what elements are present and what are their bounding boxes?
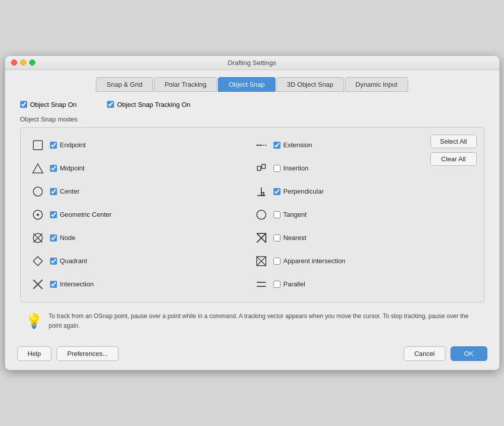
parallel-label: Parallel [284,280,305,288]
list-item: Parallel [252,274,476,295]
endpoint-checkbox[interactable] [50,142,57,149]
tab-polar-tracking[interactable]: Polar Tracking [154,77,217,92]
insertion-label: Insertion [284,164,309,172]
snap-col-left: Endpoint Midpoint [29,135,252,295]
content-area: Object Snap On Object Snap Tracking On O… [5,92,499,339]
geometric-center-checkbox[interactable] [50,211,57,218]
select-all-button[interactable]: Select All [430,135,476,148]
minimize-button[interactable] [20,59,26,66]
svg-rect-14 [262,164,265,168]
svg-marker-1 [33,164,43,173]
svg-marker-8 [33,257,42,266]
tab-snap-grid[interactable]: Snap & Grid [96,77,153,92]
bottom-right-buttons: Cancel OK [404,346,487,361]
list-item: Node [29,227,252,249]
list-item: Intersection [29,274,252,295]
quadrant-checkbox[interactable] [50,258,57,265]
tracking-on-checkbox[interactable] [107,101,114,108]
svg-rect-18 [261,193,264,195]
ok-button[interactable]: OK [451,346,487,361]
midpoint-checkbox[interactable] [50,165,57,172]
tangent-checkbox[interactable] [273,211,281,218]
list-item: Nearest [252,227,476,249]
tracking-on-label: Object Snap Tracking On [117,101,190,108]
tangent-icon [254,208,268,222]
tab-3d-object-snap[interactable]: 3D Object Snap [276,77,344,92]
tangent-label: Tangent [284,211,307,218]
node-checkbox[interactable] [50,234,57,241]
node-label: Node [60,234,76,241]
help-button[interactable]: Help [17,346,52,361]
center-label: Center [60,188,80,195]
quadrant-label: Quadrant [60,257,87,265]
list-item: Endpoint [29,135,252,156]
midpoint-icon [31,161,45,175]
tab-object-snap[interactable]: Object Snap [218,77,275,92]
parallel-checkbox[interactable] [273,281,281,288]
clear-all-button[interactable]: Clear All [430,152,476,166]
list-item: Midpoint [29,158,252,179]
nearest-checkbox[interactable] [273,234,281,241]
apparent-intersection-label: Apparent intersection [284,257,346,265]
bottom-bar: Help Preferences... Cancel OK [5,339,499,370]
preferences-button[interactable]: Preferences... [57,346,119,361]
hint-area: 💡 To track from an OSnap point, pause ov… [20,312,484,330]
midpoint-label: Midpoint [60,164,85,172]
extension-label: Extension [284,141,312,149]
svg-point-4 [37,214,38,215]
list-item: Tangent [252,204,476,225]
svg-point-2 [33,187,42,196]
hint-icon: 💡 [25,313,43,329]
perpendicular-checkbox[interactable] [273,188,281,195]
maximize-button[interactable] [29,59,35,66]
parallel-icon [254,277,268,291]
list-item: Perpendicular [252,181,476,202]
insertion-icon [254,161,268,175]
nearest-label: Nearest [284,234,307,241]
snap-modes-label: Object Snap modes [20,115,484,123]
perpendicular-icon [254,185,268,199]
svg-point-19 [257,210,266,219]
svg-rect-0 [33,141,42,150]
center-icon [31,185,45,199]
cancel-button[interactable]: Cancel [404,346,445,361]
tabs-bar: Snap & Grid Polar Tracking Object Snap 3… [5,70,499,92]
quadrant-icon [31,254,45,268]
select-clear-buttons: Select All Clear All [430,135,476,166]
insertion-checkbox[interactable] [273,165,281,172]
nearest-icon [254,231,268,245]
center-checkbox[interactable] [50,188,57,195]
geometric-center-label: Geometric Center [60,211,112,218]
list-item: Center [29,181,252,202]
intersection-checkbox[interactable] [50,281,57,288]
node-icon [31,231,45,245]
tab-dynamic-input[interactable]: Dynamic Input [345,77,408,92]
tracking-on-row: Object Snap Tracking On [107,101,190,108]
svg-rect-13 [257,166,261,170]
hint-text: To track from an OSnap point, pause over… [49,312,479,330]
extension-checkbox[interactable] [273,142,281,149]
main-window: Drafting Settings Snap & Grid Polar Trac… [5,56,499,370]
extension-icon [254,138,268,152]
intersection-icon [31,277,45,291]
list-item: Geometric Center [29,204,252,225]
snap-modes-box: Endpoint Midpoint [20,127,484,302]
window-title: Drafting Settings [228,59,276,67]
perpendicular-label: Perpendicular [284,188,324,195]
traffic-lights [11,59,35,66]
close-button[interactable] [11,59,17,66]
snap-modes-grid: Endpoint Midpoint [29,135,476,295]
endpoint-label: Endpoint [60,141,86,149]
list-item: Apparent intersection [252,251,476,272]
list-item: Quadrant [29,251,252,272]
snap-on-checkbox[interactable] [20,101,27,108]
bottom-left-buttons: Help Preferences... [17,346,119,361]
top-checkboxes: Object Snap On Object Snap Tracking On [20,101,484,108]
apparent-intersection-icon [254,254,268,268]
geometric-center-icon [31,208,45,222]
apparent-intersection-checkbox[interactable] [273,258,281,265]
snap-on-label: Object Snap On [30,101,77,108]
snap-on-row: Object Snap On [20,101,77,108]
titlebar: Drafting Settings [5,56,499,70]
intersection-label: Intersection [60,280,94,288]
